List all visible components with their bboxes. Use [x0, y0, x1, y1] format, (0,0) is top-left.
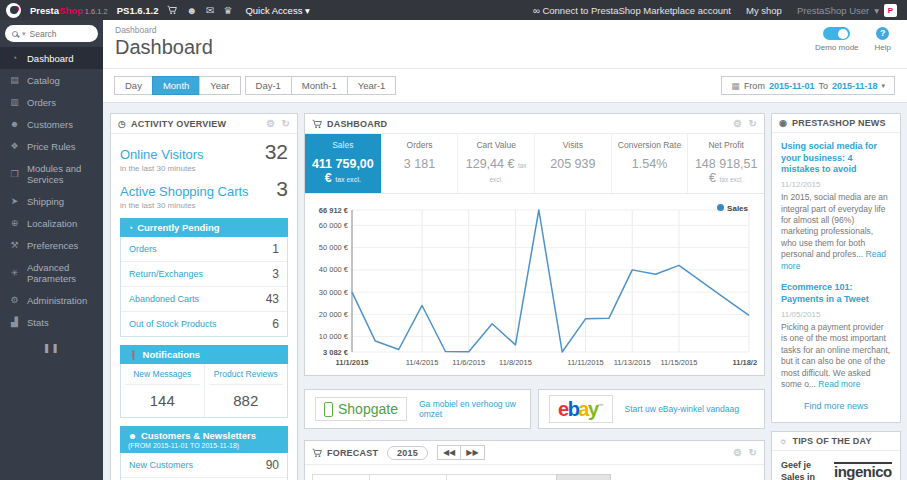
- notifications-header: ❗Notifications: [120, 345, 288, 364]
- message-icon[interactable]: ✉: [206, 5, 214, 16]
- activity-overview-panel: ◷ ACTIVITY OVERVIEW ⚙↻ Online Visitors32…: [110, 113, 298, 480]
- forecast-panel: FORECAST 2015 ◀◀ ▶▶ ⚙↻ Traffic Conversio…: [304, 440, 765, 480]
- kpi-row: Sales411 759,00 € tax excl. Orders3 181 …: [305, 134, 764, 194]
- stats-icon: ▟: [9, 317, 20, 327]
- svg-text:20 000 €: 20 000 €: [319, 310, 349, 319]
- panel-refresh-icon[interactable]: ↻: [281, 118, 290, 129]
- kpi-cart-value[interactable]: Cart Value129,44 € tax excl.: [458, 134, 535, 193]
- my-shop-link[interactable]: My shop: [746, 5, 782, 16]
- sidebar-item-advanced-parameters[interactable]: ✳Advanced Parameters: [0, 256, 103, 289]
- forecast-legend-sales[interactable]: Sales: [556, 474, 612, 480]
- active-carts-value: 3: [276, 177, 288, 201]
- forecast-refresh-icon[interactable]: ↻: [748, 447, 757, 458]
- catalog-icon: ▤: [9, 75, 20, 85]
- sidebar-collapse-button[interactable]: ❚❚: [0, 343, 103, 353]
- prestashop-news-panel: ◉ PRESTASHOP NEWS Using social media for…: [771, 113, 901, 423]
- range-month-1-button[interactable]: Month-1: [291, 76, 348, 95]
- ebay-banner[interactable]: ebay™ Start uw eBay-winkel vandaag: [538, 389, 765, 429]
- pending-row-returns: Return/Exchanges3: [121, 262, 287, 287]
- kpi-visits[interactable]: Visits205 939: [535, 134, 612, 193]
- dashboard-panel-title: DASHBOARD: [327, 119, 387, 129]
- pending-icon: ◔: [128, 223, 133, 233]
- range-month-button[interactable]: Month: [152, 76, 200, 95]
- range-year-1-button[interactable]: Year-1: [347, 76, 397, 95]
- shopgate-link[interactable]: Ga mobiel en verhoog uw omzet: [419, 399, 520, 419]
- news-panel-title: PRESTASHOP NEWS: [792, 118, 886, 128]
- marketplace-connect-link[interactable]: ∞ Connect to PrestaShop Marketplace acco…: [533, 5, 731, 16]
- tips-heading: Geef je Sales in het buitenland een Boos…: [781, 459, 829, 480]
- news-article-title[interactable]: Using social media for your business: 4 …: [781, 141, 891, 176]
- customer-icon[interactable]: ☻: [186, 5, 197, 16]
- active-carts-sub: in the last 30 minutes: [120, 201, 288, 210]
- shop-version: PS1.6.1.2: [117, 5, 159, 16]
- kpi-sales[interactable]: Sales411 759,00 € tax excl.: [305, 134, 382, 193]
- online-visitors-sub: in the last 30 minutes: [120, 164, 288, 173]
- cart-icon[interactable]: [167, 5, 177, 15]
- forecast-year-badge: 2015: [387, 446, 428, 460]
- trophy-icon[interactable]: ♛: [223, 5, 232, 16]
- read-more-link[interactable]: Read more: [818, 379, 860, 389]
- sidebar-item-price-rules[interactable]: ❖Price Rules: [0, 135, 103, 157]
- ebay-link[interactable]: Start uw eBay-winkel vandaag: [625, 404, 739, 414]
- link-icon: ∞: [533, 5, 540, 16]
- page-title: Dashboard: [115, 36, 895, 59]
- range-day-1-button[interactable]: Day-1: [245, 76, 292, 95]
- panel-settings-icon[interactable]: ⚙: [266, 118, 275, 129]
- demo-mode-toggle[interactable]: [823, 27, 850, 40]
- active-carts-link[interactable]: Active Shopping Carts: [120, 184, 249, 199]
- svg-text:11/18/201: 11/18/201: [733, 358, 757, 367]
- date-range-picker[interactable]: ▦ From2015-11-01 To2015-11-18 ▾: [721, 76, 895, 95]
- forecast-legend-conversion[interactable]: Conversion: [369, 474, 448, 480]
- calendar-icon: ▦: [731, 81, 740, 91]
- sidebar-item-stats[interactable]: ▟Stats: [0, 311, 103, 333]
- forecast-panel-title: FORECAST: [327, 448, 378, 458]
- sidebar-item-localization[interactable]: ⊕Localization: [0, 212, 103, 234]
- dashboard-settings-icon[interactable]: ⚙: [733, 118, 742, 129]
- administration-icon: ⚙: [9, 295, 20, 305]
- help-icon[interactable]: ?: [876, 27, 889, 40]
- prestashop-logo: [6, 3, 21, 18]
- range-year-button[interactable]: Year: [199, 76, 240, 95]
- news-article-title[interactable]: Ecommerce 101: Payments in a Tweet: [781, 282, 891, 305]
- sidebar-item-dashboard[interactable]: ◔Dashboard: [0, 47, 103, 69]
- tips-of-the-day-panel: ☼ TIPS OF THE DAY Geef je Sales in het b…: [771, 431, 901, 480]
- kpi-orders[interactable]: Orders3 181: [382, 134, 459, 193]
- tips-panel-title: TIPS OF THE DAY: [792, 436, 871, 446]
- forecast-settings-icon[interactable]: ⚙: [733, 447, 742, 458]
- online-visitors-value: 32: [265, 140, 288, 164]
- sidebar-item-shipping[interactable]: ➤Shipping: [0, 190, 103, 212]
- shopgate-banner[interactable]: Shopgate Ga mobiel en verhoog uw omzet: [304, 389, 531, 429]
- online-visitors-link[interactable]: Online Visitors: [120, 147, 204, 162]
- svg-text:11/1/2015: 11/1/2015: [336, 358, 369, 367]
- search-input[interactable]: [30, 29, 91, 39]
- forecast-prev-button[interactable]: ◀◀: [437, 445, 461, 460]
- bell-icon: ❗: [128, 350, 139, 360]
- breadcrumb[interactable]: Dashboard: [115, 25, 895, 35]
- kpi-net-profit[interactable]: Net Profit148 918,51 € tax excl.: [688, 134, 764, 193]
- dashboard-refresh-icon[interactable]: ↻: [748, 118, 757, 129]
- brand-name: PrestaShop1.6.1.2: [30, 5, 108, 16]
- new-messages-cell: New Messages144: [121, 364, 205, 417]
- sidebar-item-administration[interactable]: ⚙Administration: [0, 289, 103, 311]
- kpi-conversion-rate[interactable]: Conversion Rate1.54%: [612, 134, 689, 193]
- range-day-button[interactable]: Day: [114, 76, 153, 95]
- user-menu[interactable]: PrestaShop User ▾P: [797, 4, 897, 17]
- sidebar-item-modules[interactable]: ❒Modules and Services: [0, 157, 103, 190]
- product-reviews-cell: Product Reviews882: [205, 364, 288, 417]
- svg-text:11/4/2015: 11/4/2015: [406, 358, 439, 367]
- svg-text:40 000 €: 40 000 €: [319, 265, 349, 274]
- forecast-legend-average-cart-value[interactable]: Average Cart Value: [446, 474, 557, 480]
- sidebar-item-catalog[interactable]: ▤Catalog: [0, 69, 103, 91]
- sidebar-item-orders[interactable]: ▥Orders: [0, 91, 103, 113]
- forecast-legend-traffic[interactable]: Traffic: [312, 474, 370, 480]
- advanced-parameters-icon: ✳: [9, 268, 20, 278]
- sidebar-search[interactable]: ▾: [5, 25, 98, 42]
- forecast-next-button[interactable]: ▶▶: [460, 445, 484, 460]
- quick-access-menu[interactable]: Quick Access ▾: [245, 5, 309, 16]
- svg-text:50 000 €: 50 000 €: [319, 243, 349, 252]
- chart-legend-sales[interactable]: Sales: [717, 204, 748, 213]
- sidebar-item-preferences[interactable]: ⚒Preferences: [0, 234, 103, 256]
- ingenico-logo: ingenico Paymentservices: [834, 459, 892, 480]
- find-more-news-link[interactable]: Find more news: [781, 401, 891, 411]
- sidebar-item-customers[interactable]: ☻Customers: [0, 113, 103, 135]
